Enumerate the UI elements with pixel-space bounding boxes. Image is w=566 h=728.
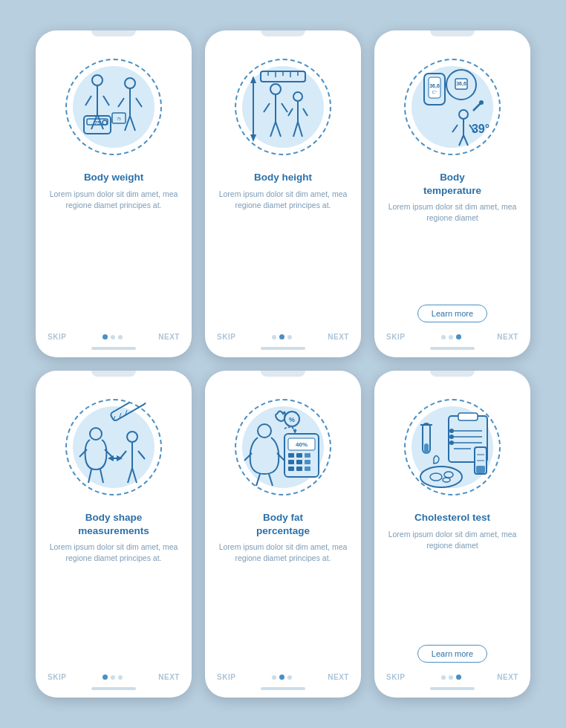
next-label-3[interactable]: NEXT (497, 333, 518, 341)
dot-active (279, 675, 284, 680)
dot-inactive (111, 675, 115, 680)
card-desc-body-height: Lorem ipsum dolor sit dim amet, mea regi… (205, 189, 361, 322)
phone-bottom-bar (261, 687, 305, 690)
svg-text:39°: 39° (472, 123, 489, 135)
phone-notch (430, 30, 475, 36)
svg-line-48 (452, 125, 458, 132)
learn-more-button-cholesterol[interactable]: Learn more (417, 645, 487, 663)
svg-point-5 (92, 75, 103, 85)
svg-point-100 (449, 435, 454, 439)
card-desc-body-fat: Lorem ipsum dolor sit dim amet, mea regi… (205, 542, 361, 663)
phone-bottom-bar (261, 347, 305, 350)
svg-line-28 (270, 122, 276, 137)
skip-label-5[interactable]: SKIP (217, 673, 235, 681)
svg-point-24 (270, 84, 281, 94)
body-fat-icon: 40% (238, 403, 328, 492)
svg-point-99 (449, 429, 454, 433)
dots-6 (441, 675, 461, 680)
card-cholesterol: Cholesterol test Lorem ipsum dolor sit d… (374, 371, 530, 698)
svg-point-59 (90, 428, 102, 440)
card-title-body-height: Body height (247, 171, 319, 184)
svg-marker-38 (250, 134, 256, 142)
card-desc-body-weight: Lorem ipsum dolor sit dim amet, mea regi… (36, 189, 192, 322)
phone-notch (261, 371, 305, 377)
body-weight-icon: 75 75 (69, 62, 158, 152)
learn-more-button-temperature[interactable]: Learn more (417, 305, 487, 322)
svg-line-27 (282, 103, 287, 112)
card-title-body-fat: Body fat percentage (249, 511, 317, 537)
svg-line-67 (138, 451, 145, 459)
card-title-body-temperature: Body temperature (416, 171, 489, 197)
skip-label-1[interactable]: SKIP (48, 333, 66, 341)
next-label-5[interactable]: NEXT (328, 673, 349, 681)
svg-line-50 (459, 135, 463, 146)
card-body-fat: 40% (205, 371, 361, 698)
skip-label-6[interactable]: SKIP (386, 673, 405, 681)
next-label-1[interactable]: NEXT (158, 333, 180, 341)
card-title-cholesterol: Cholesterol test (407, 511, 498, 524)
next-label-6[interactable]: NEXT (497, 673, 518, 681)
skip-label-2[interactable]: SKIP (217, 333, 235, 341)
svg-point-85 (258, 424, 271, 438)
dots-4 (103, 675, 123, 680)
next-label-2[interactable]: NEXT (328, 333, 349, 341)
dot-active (103, 675, 108, 680)
skip-label-3[interactable]: SKIP (386, 333, 405, 341)
svg-line-33 (303, 108, 308, 116)
svg-line-26 (264, 103, 270, 112)
icon-area-body-shape (58, 386, 169, 508)
skip-label-4[interactable]: SKIP (48, 673, 66, 681)
svg-line-69 (132, 468, 137, 483)
body-temperature-icon: 36,6 C° 36,6 39° (408, 62, 497, 152)
phone-footer-5: SKIP NEXT (205, 667, 361, 684)
card-desc-body-shape: Lorem ipsum dolor sit dim amet, mea regi… (36, 542, 192, 663)
card-desc-cholesterol: Lorem ipsum dolor sit dim amet, mea regi… (374, 529, 530, 639)
phone-footer-6: SKIP NEXT (374, 667, 530, 684)
svg-line-7 (103, 96, 109, 105)
phone-bottom-bar (430, 347, 475, 350)
svg-rect-113 (476, 466, 485, 473)
card-body-shape: Body shape measurements Lorem ipsum dolo… (36, 371, 192, 698)
dot-inactive (272, 675, 276, 680)
dot-active (279, 334, 284, 339)
svg-line-12 (118, 98, 124, 107)
card-body-height: Body height Lorem ipsum dolor sit dim am… (205, 30, 361, 357)
dot-inactive (272, 335, 276, 339)
dots-5 (272, 675, 292, 680)
phone-bottom-bar (430, 687, 475, 690)
next-label-4[interactable]: NEXT (158, 673, 180, 681)
svg-line-34 (293, 122, 298, 137)
phone-notch (91, 371, 136, 377)
svg-line-13 (136, 98, 142, 107)
dot-inactive (111, 335, 115, 339)
icon-area-body-fat: 40% (227, 386, 339, 508)
card-grid: 75 75 Body weight L (21, 16, 545, 712)
phone-footer-3: SKIP NEXT (374, 327, 530, 344)
svg-line-52 (473, 103, 481, 111)
phone-bottom-bar (91, 687, 136, 690)
phone-notch (430, 371, 475, 377)
dot-inactive (118, 335, 123, 339)
svg-line-89 (269, 474, 273, 486)
dot-active (456, 334, 461, 339)
phone-footer-1: SKIP NEXT (36, 327, 192, 344)
icon-area-body-weight: 75 75 (58, 45, 169, 168)
svg-line-6 (85, 96, 91, 105)
svg-text:%: % (289, 416, 295, 423)
svg-rect-83 (296, 467, 302, 471)
dot-inactive (118, 675, 123, 680)
dot-inactive (287, 335, 292, 339)
svg-line-32 (288, 108, 293, 116)
svg-line-51 (463, 135, 468, 146)
svg-point-53 (479, 100, 484, 105)
phone-notch (261, 30, 305, 36)
svg-rect-94 (458, 413, 478, 420)
svg-text:C°: C° (432, 90, 437, 94)
svg-rect-55 (110, 403, 146, 421)
dot-active (456, 675, 461, 680)
phone-footer-2: SKIP NEXT (205, 327, 361, 344)
svg-text:36,6: 36,6 (429, 83, 440, 89)
svg-rect-77 (296, 453, 302, 458)
svg-text:75: 75 (117, 117, 121, 121)
svg-line-57 (120, 413, 121, 417)
